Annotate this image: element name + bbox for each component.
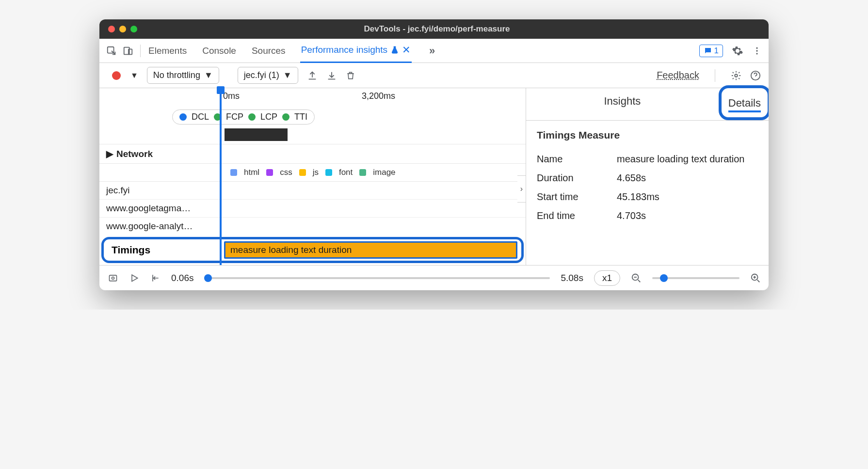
- timings-measure-bar[interactable]: measure loading text duration: [224, 241, 517, 259]
- message-count: 1: [714, 46, 719, 56]
- detail-row: Namemeasure loading text duration: [537, 150, 758, 169]
- recording-dropdown[interactable]: jec.fyi (1) ▼: [238, 67, 298, 84]
- detail-row: Duration4.658s: [537, 169, 758, 188]
- throttling-label: No throttling: [153, 70, 200, 80]
- svg-rect-8: [110, 275, 117, 281]
- help-icon[interactable]: [750, 70, 761, 81]
- legend-html-swatch: [230, 169, 237, 176]
- recording-label: jec.fyi (1): [244, 70, 279, 80]
- chat-icon: [704, 47, 712, 55]
- reset-icon[interactable]: [150, 273, 161, 283]
- tab-console[interactable]: Console: [201, 40, 237, 62]
- content-area: 0ms 3,200ms DCL FCP LCP TTI ▶Network htm…: [99, 88, 769, 265]
- fcp-label: FCP: [226, 112, 243, 122]
- details-tab-highlight: Details: [719, 85, 769, 120]
- slider-thumb[interactable]: [204, 274, 212, 282]
- chevron-down-icon: ▼: [283, 70, 292, 80]
- import-icon[interactable]: [326, 70, 337, 81]
- tab-performance-insights[interactable]: Performance insights ✕: [300, 38, 412, 63]
- zoom-in-icon[interactable]: [750, 273, 761, 283]
- devtools-window: DevTools - jec.fyi/demo/perf-measure Ele…: [99, 19, 769, 290]
- network-item[interactable]: jec.fyi: [99, 182, 526, 200]
- time-slider[interactable]: [204, 277, 550, 279]
- details-pane: Insights Details Timings Measure Namemea…: [526, 88, 769, 265]
- toolbar-right: 1: [699, 45, 762, 57]
- slider-thumb[interactable]: [660, 274, 668, 282]
- lcp-label: LCP: [260, 112, 277, 122]
- messages-badge[interactable]: 1: [699, 45, 723, 57]
- timeline-pane: 0ms 3,200ms DCL FCP LCP TTI ▶Network htm…: [99, 88, 526, 265]
- svg-point-3: [756, 47, 757, 48]
- record-dropdown-icon[interactable]: ▼: [130, 71, 138, 80]
- network-item[interactable]: www.googletagma…: [99, 200, 526, 218]
- legend-js-swatch: [299, 169, 306, 176]
- triangle-right-icon: ▶: [106, 148, 113, 159]
- kebab-menu-icon[interactable]: [752, 46, 762, 56]
- export-icon[interactable]: [307, 70, 318, 81]
- divider: [715, 69, 715, 82]
- traffic-lights: [108, 26, 137, 32]
- feedback-link[interactable]: Feedback: [657, 70, 699, 81]
- tab-details[interactable]: Details: [728, 90, 761, 112]
- tab-label: Performance insights: [301, 45, 387, 55]
- inspect-icon[interactable]: [106, 46, 117, 56]
- insights-toolbar: ▼ No throttling ▼ jec.fyi (1) ▼ Feedback: [99, 63, 769, 88]
- network-item[interactable]: www.google-analyt…: [99, 218, 526, 235]
- chevron-down-icon: ▼: [204, 70, 213, 80]
- main-toolbar: Elements Console Sources Performance ins…: [99, 39, 769, 63]
- detail-panel-tabs: Insights Details: [526, 88, 769, 121]
- tab-elements[interactable]: Elements: [147, 40, 188, 62]
- record-button[interactable]: [112, 71, 121, 80]
- panel-tabs: Elements Console Sources Performance ins…: [147, 38, 699, 63]
- tab-sources[interactable]: Sources: [251, 40, 287, 62]
- divider: [140, 45, 141, 57]
- time-start: 0.06s: [171, 273, 193, 283]
- zoom-out-icon[interactable]: [631, 273, 642, 283]
- svg-point-6: [735, 74, 738, 77]
- network-section-header[interactable]: ▶Network: [99, 144, 526, 163]
- more-tabs-icon[interactable]: »: [425, 45, 439, 57]
- device-toolbar-icon[interactable]: [123, 46, 133, 56]
- svg-point-5: [756, 53, 757, 54]
- tab-insights[interactable]: Insights: [526, 88, 719, 120]
- dcl-label: DCL: [192, 112, 209, 122]
- timings-row-highlight: Timings measure loading text duration: [101, 237, 524, 263]
- details-heading: Timings Measure: [537, 129, 758, 141]
- preview-icon[interactable]: [107, 273, 119, 283]
- detail-row: End time4.703s: [537, 206, 758, 225]
- minimize-window-button[interactable]: [119, 26, 126, 32]
- dcl-dot: [179, 113, 187, 121]
- expand-sidepanel-button[interactable]: ›: [517, 175, 526, 203]
- time-end: 5.08s: [561, 273, 583, 283]
- zoom-level[interactable]: x1: [594, 270, 620, 286]
- svg-point-9: [112, 277, 114, 279]
- zoom-slider[interactable]: [652, 277, 739, 279]
- play-icon[interactable]: [129, 273, 139, 283]
- window-title: DevTools - jec.fyi/demo/perf-measure: [137, 24, 737, 34]
- footer-bar: 0.06s 5.08s x1: [99, 265, 769, 290]
- close-tab-icon[interactable]: ✕: [402, 44, 411, 56]
- close-window-button[interactable]: [108, 26, 115, 32]
- maximize-window-button[interactable]: [130, 26, 137, 32]
- svg-point-4: [756, 50, 757, 51]
- time-tick: 0ms: [223, 91, 240, 101]
- settings-icon[interactable]: [732, 45, 743, 57]
- panel-settings-icon[interactable]: [731, 70, 741, 81]
- titlebar: DevTools - jec.fyi/demo/perf-measure: [99, 19, 769, 39]
- time-tick: 3,200ms: [362, 91, 395, 101]
- detail-row: Start time45.183ms: [537, 188, 758, 206]
- lcp-dot: [248, 113, 256, 121]
- legend-css-swatch: [266, 169, 273, 176]
- flask-icon: [390, 46, 399, 54]
- timings-section-label[interactable]: Timings: [108, 242, 224, 258]
- delete-icon[interactable]: [346, 70, 355, 81]
- legend-font-swatch: [325, 169, 332, 176]
- playhead[interactable]: [220, 88, 222, 265]
- legend-image-swatch: [359, 169, 366, 176]
- tti-label: TTI: [294, 112, 307, 122]
- tti-dot: [282, 113, 289, 121]
- playhead-handle[interactable]: [217, 86, 225, 94]
- metrics-pill-group[interactable]: DCL FCP LCP TTI: [172, 109, 315, 125]
- details-body: Timings Measure Namemeasure loading text…: [526, 121, 769, 234]
- throttling-dropdown[interactable]: No throttling ▼: [147, 67, 219, 84]
